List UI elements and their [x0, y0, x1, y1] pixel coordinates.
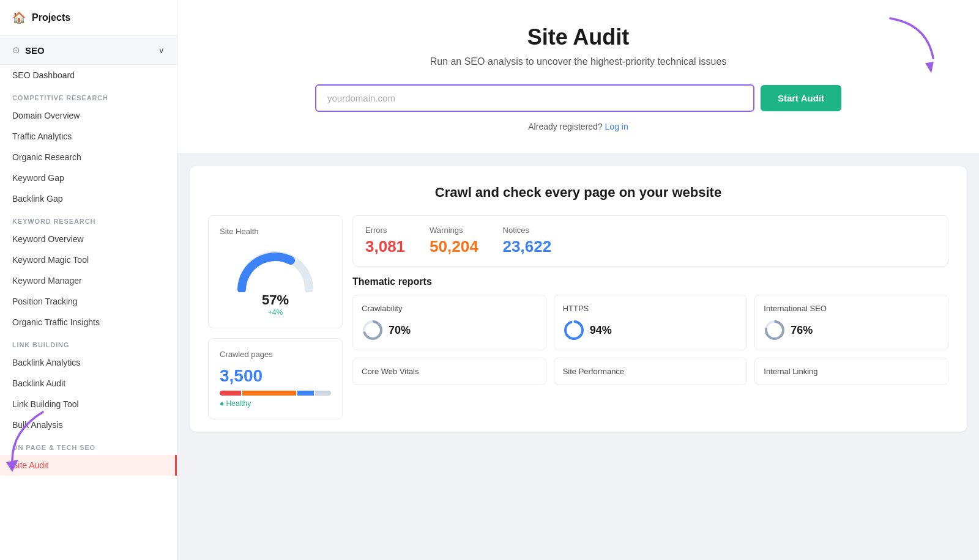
site-health-label: Site Health	[220, 227, 331, 236]
sidebar-item-organic-research[interactable]: Organic Research	[0, 147, 177, 168]
hero-subtitle: Run an SEO analysis to uncover the highe…	[214, 56, 942, 67]
sidebar-item-keyword-overview[interactable]: Keyword Overview	[0, 229, 177, 249]
crawlability-title: Crawlability	[362, 304, 537, 313]
sidebar-item-traffic-analytics[interactable]: Traffic Analytics	[0, 126, 177, 147]
seo-nav-left: ⊙ SEO	[12, 45, 45, 56]
sidebar-item-backlink-gap[interactable]: Backlink Gap	[0, 188, 177, 209]
search-row: Start Audit	[315, 84, 841, 112]
crawl-title: Crawl and check every page on your websi…	[208, 185, 948, 201]
warnings-item: Warnings 50,204	[430, 226, 478, 256]
crawled-progress-bar	[220, 391, 331, 396]
section-label-link-building: LINK BUILDING	[0, 333, 177, 352]
thematic-grid-bottom: Core Web Vitals Site Performance Interna…	[352, 358, 948, 385]
already-registered-text: Already registered? Log in	[214, 122, 942, 131]
progress-orange	[242, 391, 296, 396]
seo-icon: ⊙	[12, 45, 20, 56]
home-icon: 🏠	[12, 11, 26, 24]
seo-nav-item[interactable]: ⊙ SEO ∨	[0, 36, 177, 65]
domain-input[interactable]	[315, 84, 754, 112]
main-content: Site Audit Run an SEO analysis to uncove…	[177, 0, 979, 560]
international-seo-percent: 76%	[791, 324, 813, 337]
projects-header[interactable]: 🏠 Projects	[0, 0, 177, 36]
sidebar-item-seo-dashboard[interactable]: SEO Dashboard	[0, 65, 177, 86]
thematic-card-internal-linking[interactable]: Internal Linking	[754, 358, 948, 385]
internal-linking-title: Internal Linking	[764, 367, 939, 376]
international-seo-donut	[764, 319, 786, 341]
sidebar-item-backlink-analytics[interactable]: Backlink Analytics	[0, 352, 177, 373]
crawled-pages-card: Crawled pages 3,500 ● Healthy	[208, 338, 343, 419]
sidebar-item-keyword-gap[interactable]: Keyword Gap	[0, 168, 177, 188]
sidebar-item-link-building-tool[interactable]: Link Building Tool	[0, 394, 177, 414]
thematic-card-crawlability[interactable]: Crawlability 70%	[352, 295, 546, 350]
thematic-card-https[interactable]: HTTPS 94%	[554, 295, 748, 350]
login-link[interactable]: Log in	[605, 122, 628, 131]
section-label-competitive: COMPETITIVE RESEARCH	[0, 86, 177, 105]
healthy-label: ● Healthy	[220, 399, 331, 408]
thematic-grid: Crawlability 70% HTTPS	[352, 295, 948, 350]
left-column: Site Health 57% +4% Crawled pa	[208, 215, 343, 419]
start-audit-button[interactable]: Start Audit	[761, 85, 841, 111]
page-title: Site Audit	[214, 24, 942, 50]
thematic-card-international-seo[interactable]: International SEO 76%	[754, 295, 948, 350]
section-label-on-page: ON PAGE & TECH SEO	[0, 435, 177, 455]
errors-label: Errors	[365, 226, 405, 235]
seo-label: SEO	[25, 45, 45, 56]
https-title: HTTPS	[563, 304, 739, 313]
notices-item: Notices 23,622	[503, 226, 552, 256]
sidebar-item-backlink-audit[interactable]: Backlink Audit	[0, 373, 177, 394]
notices-label: Notices	[503, 226, 552, 235]
crawlability-donut	[362, 319, 384, 341]
progress-gray	[315, 391, 331, 396]
right-column: Errors 3,081 Warnings 50,204 Notices 23,…	[352, 215, 948, 419]
hero-section: Site Audit Run an SEO analysis to uncove…	[177, 0, 979, 154]
crawled-pages-label: Crawled pages	[220, 350, 331, 359]
sidebar-item-domain-overview[interactable]: Domain Overview	[0, 105, 177, 126]
svg-point-5	[565, 322, 583, 339]
thematic-card-core-web-vitals[interactable]: Core Web Vitals	[352, 358, 546, 385]
gauge-svg	[233, 243, 318, 292]
https-percent: 94%	[590, 324, 612, 337]
progress-blue	[297, 391, 313, 396]
sidebar-item-organic-traffic-insights[interactable]: Organic Traffic Insights	[0, 312, 177, 333]
site-health-percent: 57%	[262, 292, 289, 308]
section-label-keyword: KEYWORD RESEARCH	[0, 209, 177, 229]
ewn-card: Errors 3,081 Warnings 50,204 Notices 23,…	[352, 215, 948, 267]
sidebar-item-bulk-analysis[interactable]: Bulk Analysis	[0, 414, 177, 435]
dashboard-grid: Site Health 57% +4% Crawled pa	[208, 215, 948, 419]
warnings-value: 50,204	[430, 237, 478, 256]
sidebar-item-keyword-manager[interactable]: Keyword Manager	[0, 270, 177, 291]
errors-value: 3,081	[365, 237, 405, 256]
sidebar: 🏠 Projects ⊙ SEO ∨ SEO Dashboard COMPETI…	[0, 0, 177, 560]
thematic-card-site-performance[interactable]: Site Performance	[554, 358, 748, 385]
sidebar-item-keyword-magic-tool[interactable]: Keyword Magic Tool	[0, 249, 177, 270]
thematic-reports-title: Thematic reports	[352, 276, 948, 287]
site-health-card: Site Health 57% +4%	[208, 215, 343, 328]
notices-value: 23,622	[503, 237, 552, 256]
sidebar-item-position-tracking[interactable]: Position Tracking	[0, 291, 177, 312]
core-web-vitals-title: Core Web Vitals	[362, 367, 537, 376]
https-row: 94%	[563, 319, 739, 341]
crawlability-row: 70%	[362, 319, 537, 341]
site-performance-title: Site Performance	[563, 367, 739, 376]
crawled-pages-number: 3,500	[220, 366, 331, 386]
chevron-down-icon: ∨	[158, 46, 165, 55]
international-seo-row: 76%	[764, 319, 939, 341]
https-donut	[563, 319, 585, 341]
crawlability-percent: 70%	[389, 324, 411, 337]
progress-red	[220, 391, 241, 396]
site-health-change: +4%	[268, 308, 283, 317]
gauge-container: 57% +4%	[220, 243, 331, 317]
warnings-label: Warnings	[430, 226, 478, 235]
crawl-section: Crawl and check every page on your websi…	[190, 166, 967, 432]
sidebar-item-site-audit[interactable]: Site Audit	[0, 455, 177, 476]
errors-item: Errors 3,081	[365, 226, 405, 256]
projects-label: Projects	[32, 12, 70, 23]
international-seo-title: International SEO	[764, 304, 939, 313]
thematic-reports-section: Thematic reports Crawlability 70%	[352, 276, 948, 385]
